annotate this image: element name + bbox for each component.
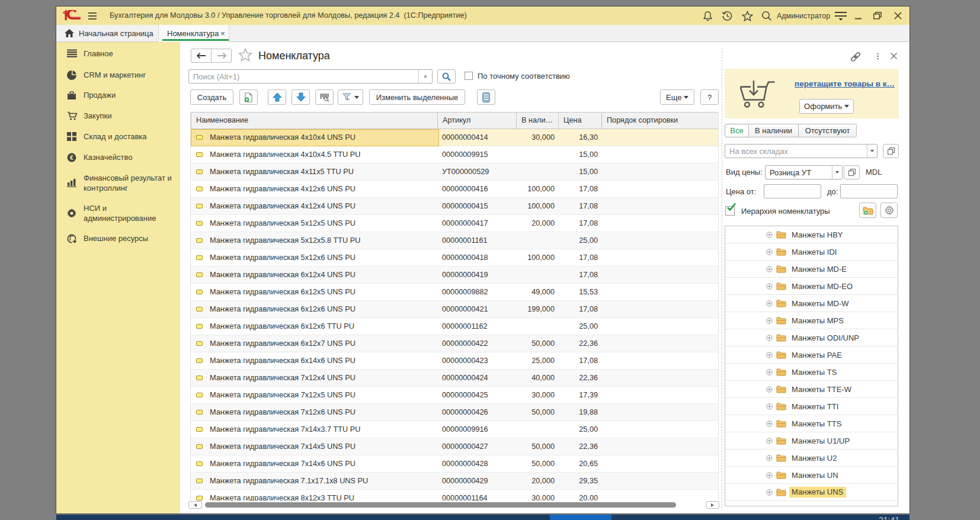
svg-text:€: € [70, 154, 73, 161]
